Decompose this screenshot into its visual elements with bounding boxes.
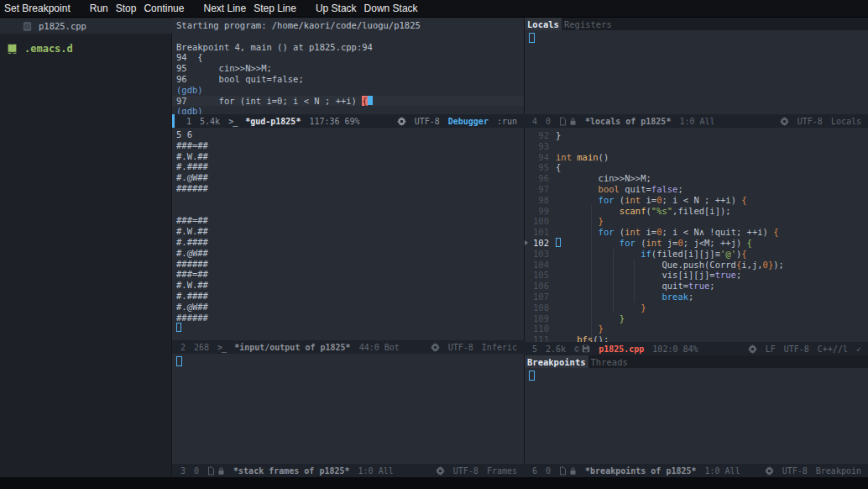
- buffer-line: Starting program: /home/kaori/code/luogu…: [176, 20, 524, 31]
- breakpoints-header-tabs: BreakpointsThreads: [524, 355, 868, 368]
- code-token: }: [599, 323, 604, 334]
- modeline-right: LFUTF-8C++//l✓: [748, 344, 861, 354]
- buffer-name: *breakpoints of p1825*: [585, 466, 696, 476]
- buffer-size: 0: [194, 466, 199, 476]
- modeline-right: UTF-8Debugger:run: [397, 117, 517, 126]
- code-token: ;: [688, 292, 693, 302]
- line-number: 98: [531, 195, 549, 206]
- tab-registers[interactable]: Registers: [562, 18, 614, 30]
- source-line: 92}: [525, 130, 868, 141]
- line-number: 103: [531, 249, 549, 260]
- save-icon: [582, 344, 590, 353]
- code-token: {: [747, 238, 752, 248]
- code-token: ; i < N ; ++i): [661, 195, 741, 205]
- gear-icon[interactable]: [436, 466, 445, 476]
- code-token: (: [635, 238, 646, 248]
- breakpoints-window[interactable]: [524, 368, 868, 464]
- eol-indicator: LF: [766, 344, 776, 354]
- line-number: 110: [531, 323, 549, 334]
- line-number: 106: [531, 281, 549, 292]
- sidebar-item-emacsd[interactable]: .emacs.d: [0, 41, 172, 56]
- code-token: }: [599, 216, 604, 226]
- echo-area[interactable]: [0, 477, 868, 489]
- code-token: ###=##: [176, 140, 208, 150]
- code-token: #.W.##: [176, 151, 208, 161]
- code-token: #.@W##: [176, 172, 208, 182]
- code-token: 97 for (int i=0; i < N ; ++i): [176, 96, 362, 106]
- gear-icon[interactable]: [748, 344, 757, 354]
- code-token: for: [620, 238, 635, 248]
- cursor: [368, 96, 373, 105]
- document-icon: [559, 466, 567, 476]
- window-number: 2: [180, 343, 186, 352]
- check-icon: ✓: [856, 344, 861, 354]
- gear-icon[interactable]: [780, 117, 789, 126]
- code-token: for: [599, 227, 614, 237]
- code-token: }: [556, 130, 561, 140]
- major-mode: Debugger: [448, 117, 489, 126]
- code-token: (filed[i][j]≡: [651, 249, 720, 259]
- io-buffer-window[interactable]: 5 6###=###.W.###.#####.@W###########=###…: [172, 128, 524, 340]
- menu-item[interactable]: Down Stack: [364, 3, 418, 14]
- modeline-right: UTF-8Inferic: [431, 343, 517, 352]
- encoding-indicator: UTF-8: [797, 117, 823, 126]
- treemacs-sidebar[interactable]: p1825.cpp .emacs.d: [0, 18, 172, 477]
- cursor-position: 44:0 Bot: [359, 343, 400, 352]
- menu-item[interactable]: Step Line: [254, 3, 296, 14]
- buffer-name: *stack frames of p1825*: [233, 466, 349, 476]
- buffer-size: 2.6k: [546, 344, 566, 354]
- buffer-line: ######: [176, 313, 524, 323]
- buffer-line: #.@W##: [176, 302, 524, 313]
- source-window[interactable]: 92}9394int main()95{96 cin>>N>>M;97 bool…: [524, 128, 868, 342]
- line-number: 108: [531, 302, 549, 313]
- menu-item[interactable]: Stop: [116, 3, 137, 14]
- code-token: 94 {: [176, 52, 203, 62]
- buffer-size: 268: [194, 343, 209, 352]
- cursor: [176, 323, 181, 332]
- buffer-line: [176, 194, 524, 205]
- gear-icon[interactable]: [431, 343, 440, 352]
- menu-item[interactable]: Up Stack: [316, 3, 357, 14]
- tab-threads[interactable]: Threads: [588, 355, 630, 368]
- active-window-bar: [172, 114, 175, 128]
- menu-item[interactable]: Set Breakpoint: [4, 3, 71, 14]
- cursor-position: 1:0 All: [679, 117, 714, 126]
- line-number: 95: [531, 162, 549, 173]
- buffer-line: ###=##: [176, 215, 524, 226]
- code-token: false: [651, 184, 678, 194]
- code-token: {: [741, 249, 746, 259]
- buffer-size: 0: [546, 466, 551, 476]
- cursor-position: 102:0 84%: [652, 344, 698, 354]
- sidebar-item-p1825cpp[interactable]: p1825.cpp: [0, 18, 172, 34]
- gud-console-window[interactable]: Starting program: /home/kaori/code/luogu…: [172, 18, 524, 114]
- gear-icon[interactable]: [397, 117, 406, 126]
- code-token: [556, 334, 577, 342]
- code-token: break: [661, 292, 688, 302]
- sidebar-file-label: p1825.cpp: [39, 21, 86, 31]
- gear-icon[interactable]: [765, 466, 774, 476]
- menu-item[interactable]: Run: [90, 3, 108, 14]
- line-number: 100: [531, 216, 549, 227]
- menu-item[interactable]: Continue: [144, 3, 184, 14]
- code-token: [556, 292, 661, 302]
- debugger-state: :run: [497, 117, 517, 126]
- menu-item[interactable]: Next Line: [203, 3, 246, 14]
- code-token: main: [577, 152, 598, 162]
- code-token: );: [773, 260, 784, 270]
- line-number: 92: [531, 130, 549, 141]
- buffer-line: 5 6: [176, 129, 524, 140]
- encoding-indicator: UTF-8: [453, 466, 478, 476]
- modeline-right: UTF-8Frames: [436, 466, 517, 476]
- stack-frames-window[interactable]: [172, 354, 524, 464]
- buffer-line: 94 {: [176, 52, 524, 63]
- code-token: (: [614, 227, 625, 237]
- locals-window[interactable]: [524, 30, 868, 114]
- major-mode: Breakpoin: [816, 466, 861, 476]
- line-number: 111: [531, 334, 549, 342]
- tab-locals[interactable]: Locals: [525, 18, 562, 30]
- source-line: 107 break;: [525, 292, 868, 302]
- code-token: (gdb): [176, 106, 203, 114]
- code-token: Breakpoint 4, main () at p1825.cpp:94: [176, 42, 373, 52]
- tab-breakpoints[interactable]: Breakpoints: [525, 355, 588, 368]
- code-token: [556, 206, 620, 216]
